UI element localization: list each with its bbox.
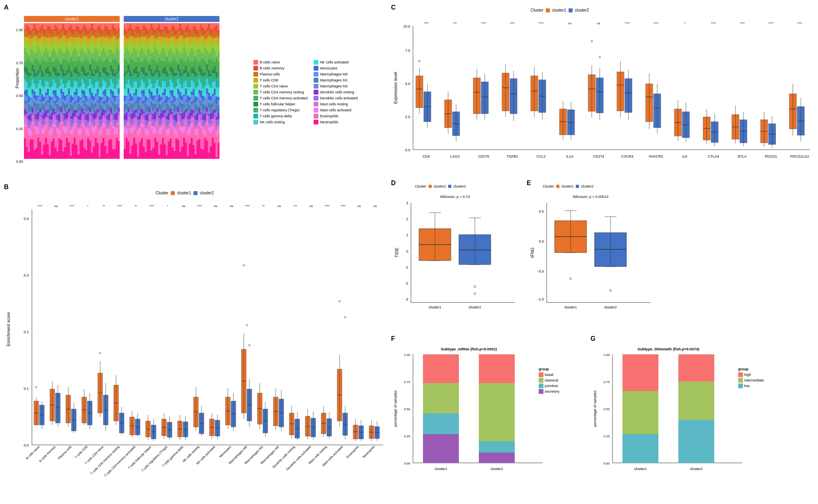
svg-text:****: **** — [197, 204, 202, 208]
svg-rect-62 — [28, 127, 30, 128]
svg-rect-875 — [99, 120, 101, 127]
svg-text:****: **** — [38, 204, 42, 208]
svg-rect-328 — [51, 135, 53, 141]
svg-rect-990 — [110, 23, 112, 29]
svg-rect-1145 — [128, 28, 130, 31]
svg-rect-300 — [49, 104, 51, 111]
svg-rect-32 — [26, 82, 28, 89]
svg-rect-89 — [32, 29, 34, 31]
svg-rect-1813 — [185, 76, 187, 81]
svg-rect-1373 — [147, 83, 149, 87]
svg-rect-2018 — [202, 115, 204, 120]
svg-rect-2058 — [206, 89, 208, 94]
svg-rect-372 — [55, 127, 57, 148]
svg-rect-326 — [51, 124, 53, 128]
svg-rect-58 — [28, 104, 30, 111]
svg-rect-1976 — [198, 116, 200, 123]
svg-rect-539 — [70, 91, 72, 95]
svg-rect-488 — [66, 45, 68, 47]
svg-rect-1206 — [131, 125, 133, 127]
svg-rect-482 — [64, 134, 66, 147]
svg-rect-823 — [95, 81, 97, 83]
svg-rect-1494 — [156, 125, 158, 142]
svg-rect-1986 — [200, 60, 202, 69]
svg-rect-682 — [83, 23, 85, 25]
svg-rect-186 — [39, 80, 41, 87]
svg-rect-1483 — [156, 76, 158, 80]
svg-rect-1212 — [133, 32, 135, 38]
svg-rect-112 — [34, 31, 36, 36]
svg-rect-689 — [83, 69, 85, 76]
svg-rect-2115 — [212, 38, 214, 44]
svg-rect-1257 — [137, 37, 139, 43]
svg-rect-155 — [38, 30, 40, 33]
svg-rect-263 — [45, 138, 47, 159]
svg-rect-1515 — [158, 129, 160, 134]
svg-rect-161 — [38, 70, 40, 74]
svg-rect-175 — [38, 138, 40, 159]
svg-rect-1284 — [139, 75, 141, 82]
svg-rect-1138 — [126, 113, 128, 120]
svg-rect-1938 — [196, 35, 198, 39]
svg-rect-817 — [95, 38, 97, 44]
svg-rect-2126 — [212, 103, 214, 107]
svg-rect-14 — [24, 101, 26, 103]
svg-rect-1484 — [156, 80, 158, 87]
svg-rect-1791 — [183, 81, 185, 83]
legend-swatch — [314, 72, 318, 77]
svg-rect-907 — [103, 47, 105, 61]
svg-rect-37 — [26, 105, 28, 112]
svg-rect-624 — [77, 77, 79, 81]
svg-rect-165 — [38, 89, 40, 96]
svg-rect-1935 — [195, 154, 197, 159]
svg-rect-891 — [101, 90, 103, 97]
svg-rect-434 — [60, 107, 62, 112]
svg-rect-1934 — [195, 135, 197, 154]
svg-rect-1364 — [147, 23, 149, 30]
svg-rect-1004 — [110, 101, 112, 102]
svg-rect-2083 — [208, 108, 210, 115]
svg-rect-2051 — [206, 51, 208, 63]
svg-rect-1034 — [114, 23, 116, 28]
svg-rect-505 — [66, 138, 68, 159]
svg-rect-706 — [85, 35, 87, 36]
svg-rect-1905 — [193, 95, 195, 100]
svg-rect-78 — [30, 98, 32, 99]
legend-swatch — [314, 78, 318, 83]
svg-rect-992 — [110, 31, 112, 38]
svg-rect-1630 — [170, 30, 172, 37]
svg-rect-812 — [93, 134, 95, 147]
svg-rect-893 — [101, 100, 103, 105]
svg-rect-1880 — [191, 80, 193, 87]
svg-rect-108 — [32, 125, 34, 140]
svg-rect-276 — [47, 89, 49, 95]
svg-rect-390 — [57, 115, 59, 120]
svg-rect-1396 — [148, 79, 150, 86]
svg-rect-779 — [91, 77, 93, 85]
svg-rect-630 — [77, 104, 79, 111]
svg-rect-1530 — [160, 97, 162, 101]
svg-rect-125 — [34, 107, 36, 114]
svg-rect-1510 — [158, 103, 160, 110]
svg-rect-2175 — [215, 131, 217, 136]
svg-rect-420 — [60, 31, 62, 38]
svg-rect-773 — [91, 36, 93, 39]
svg-rect-640 — [79, 35, 81, 39]
svg-rect-820 — [95, 61, 97, 70]
svg-rect-831 — [95, 118, 97, 120]
svg-rect-707 — [85, 36, 87, 43]
svg-rect-1543 — [162, 38, 164, 43]
svg-rect-1372 — [147, 75, 149, 83]
svg-text:*: * — [167, 204, 168, 208]
svg-rect-2042 — [204, 124, 206, 129]
panel-b-y-label: Enrichment score — [6, 312, 11, 346]
svg-rect-460 — [62, 130, 64, 151]
svg-rect-231 — [43, 90, 45, 97]
svg-rect-1115 — [124, 111, 126, 115]
svg-rect-1151 — [128, 65, 130, 72]
svg-rect-1962 — [198, 41, 200, 49]
svg-rect-690 — [83, 75, 85, 77]
svg-rect-641 — [79, 38, 81, 45]
svg-rect-525 — [68, 123, 70, 125]
svg-rect-159 — [38, 47, 40, 61]
